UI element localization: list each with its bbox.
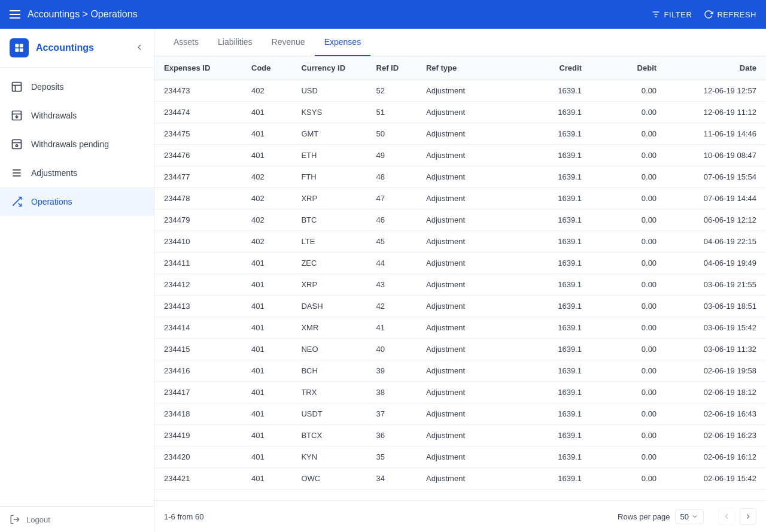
cell-ref-type: Adjustment [417, 209, 516, 231]
cell-credit: 1639.1 [516, 360, 591, 382]
pending-icon [10, 137, 24, 151]
tab-assets[interactable]: Assets [164, 29, 208, 56]
cell-credit: 1639.1 [516, 468, 591, 490]
sidebar-nav: Deposits Withdrawals Withdrawals pending [0, 68, 154, 506]
cell-ref-id: 35 [367, 446, 417, 468]
rows-per-page-value: 50 [680, 512, 689, 521]
refresh-button[interactable]: REFRESH [704, 10, 756, 19]
cell-ref-id: 48 [367, 166, 417, 188]
rows-per-page: Rows per page 50 [618, 509, 704, 524]
rows-per-page-label: Rows per page [618, 512, 670, 521]
cell-debit: 0.00 [591, 188, 666, 209]
cell-ref-id: 46 [367, 209, 417, 231]
cell-credit: 1639.1 [516, 145, 591, 166]
sidebar: Accountings Deposits Withdrawals [0, 29, 154, 532]
logout-icon [10, 514, 20, 525]
sidebar-item-withdrawals-pending[interactable]: Withdrawals pending [0, 130, 154, 159]
content-area: Assets Liabilities Revenue Expenses Expe… [154, 29, 766, 532]
cell-currency-id: OWC [291, 468, 366, 490]
cell-ref-id: 36 [367, 425, 417, 446]
col-header-currency-id: Currency ID [291, 56, 366, 80]
sidebar-item-adjustments[interactable]: Adjustments [0, 159, 154, 187]
cell-expenses-id: 234479 [154, 209, 242, 231]
refresh-icon [704, 10, 713, 19]
cell-expenses-id: 234414 [154, 317, 242, 339]
svg-rect-5 [15, 48, 19, 52]
sidebar-item-withdrawals[interactable]: Withdrawals [0, 101, 154, 130]
cell-code: 401 [242, 360, 291, 382]
table-row: 234410 402 LTE 45 Adjustment 1639.1 0.00… [154, 231, 766, 253]
filter-button[interactable]: FILTER [651, 10, 692, 19]
cell-currency-id: KYN [291, 446, 366, 468]
cell-ref-type: Adjustment [417, 274, 516, 296]
sidebar-item-operations[interactable]: Operations [0, 187, 154, 216]
cell-credit: 1639.1 [516, 446, 591, 468]
cell-ref-type: Adjustment [417, 80, 516, 102]
cell-ref-id: 37 [367, 403, 417, 425]
table-row: 234473 402 USD 52 Adjustment 1639.1 0.00… [154, 80, 766, 102]
sidebar-item-deposits[interactable]: Deposits [0, 72, 154, 101]
cell-debit: 0.00 [591, 231, 666, 253]
cell-ref-id: 40 [367, 339, 417, 360]
cell-credit: 1639.1 [516, 339, 591, 360]
adjustments-icon [10, 166, 24, 180]
cell-ref-type: Adjustment [417, 102, 516, 123]
cell-credit: 1639.1 [516, 274, 591, 296]
cell-ref-id: 41 [367, 317, 417, 339]
cell-date: 03-06-19 18:51 [666, 296, 766, 317]
cell-ref-id: 39 [367, 360, 417, 382]
cell-currency-id: XMR [291, 317, 366, 339]
topbar-title: Accountings > Operations [28, 9, 644, 20]
cell-date: 12-06-19 11:12 [666, 102, 766, 123]
cell-expenses-id: 234475 [154, 123, 242, 145]
cell-code: 402 [242, 188, 291, 209]
cell-currency-id: FTH [291, 166, 366, 188]
cell-debit: 0.00 [591, 339, 666, 360]
cell-expenses-id: 234421 [154, 468, 242, 490]
cell-ref-type: Adjustment [417, 382, 516, 403]
sidebar-item-deposits-label: Deposits [31, 82, 63, 92]
tab-expenses[interactable]: Expenses [315, 29, 370, 56]
cell-code: 401 [242, 123, 291, 145]
pagination-bar: 1-6 from 60 Rows per page 50 [154, 500, 766, 532]
table-row: 234416 401 BCH 39 Adjustment 1639.1 0.00… [154, 360, 766, 382]
prev-page-button[interactable] [718, 508, 735, 525]
rows-per-page-select[interactable]: 50 [675, 509, 704, 524]
logout-button[interactable]: Logout [10, 514, 144, 525]
cell-credit: 1639.1 [516, 166, 591, 188]
tab-liabilities[interactable]: Liabilities [208, 29, 262, 56]
cell-code: 402 [242, 166, 291, 188]
cell-date: 07-06-19 15:54 [666, 166, 766, 188]
cell-currency-id: XRP [291, 274, 366, 296]
cell-currency-id: TRX [291, 382, 366, 403]
cell-debit: 0.00 [591, 317, 666, 339]
tab-revenue[interactable]: Revenue [262, 29, 315, 56]
cell-code: 401 [242, 296, 291, 317]
table-row: 234412 401 XRP 43 Adjustment 1639.1 0.00… [154, 274, 766, 296]
cell-date: 03-06-19 15:42 [666, 317, 766, 339]
menu-icon[interactable] [10, 10, 20, 19]
cell-expenses-id: 234417 [154, 382, 242, 403]
cell-credit: 1639.1 [516, 296, 591, 317]
cell-debit: 0.00 [591, 123, 666, 145]
cell-date: 03-06-19 11:32 [666, 339, 766, 360]
table-row: 234417 401 TRX 38 Adjustment 1639.1 0.00… [154, 382, 766, 403]
cell-debit: 0.00 [591, 403, 666, 425]
table-row: 234418 401 USDT 37 Adjustment 1639.1 0.0… [154, 403, 766, 425]
cell-date: 02-06-19 16:23 [666, 425, 766, 446]
next-page-button[interactable] [740, 508, 756, 525]
cell-debit: 0.00 [591, 296, 666, 317]
table-row: 234419 401 BTCX 36 Adjustment 1639.1 0.0… [154, 425, 766, 446]
cell-currency-id: USDT [291, 403, 366, 425]
cell-ref-type: Adjustment [417, 188, 516, 209]
chevron-left-icon [722, 512, 731, 521]
pagination-info: 1-6 from 60 [164, 512, 618, 521]
cell-code: 401 [242, 468, 291, 490]
cell-currency-id: NEO [291, 339, 366, 360]
table-row: 234413 401 DASH 42 Adjustment 1639.1 0.0… [154, 296, 766, 317]
col-header-debit: Debit [591, 56, 666, 80]
cell-expenses-id: 234419 [154, 425, 242, 446]
cell-expenses-id: 234416 [154, 360, 242, 382]
cell-date: 02-06-19 18:12 [666, 382, 766, 403]
sidebar-collapse-button[interactable] [135, 42, 144, 54]
